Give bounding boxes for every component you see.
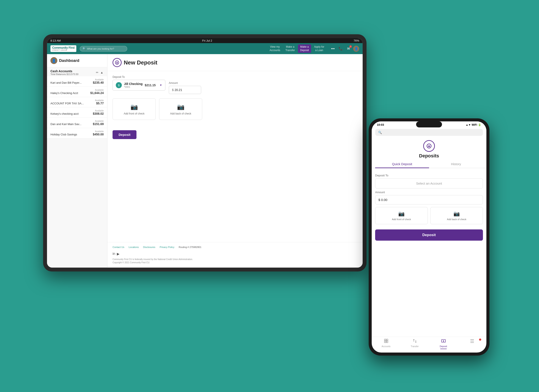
- account-name-5: Holiday Club Savings: [50, 133, 77, 136]
- phone-icon: 📞: [338, 47, 343, 51]
- phone-amount-label: Amount: [375, 191, 483, 194]
- nav-view-accounts[interactable]: View myAccounts: [267, 44, 282, 53]
- footer-privacy[interactable]: Privacy Policy: [159, 246, 174, 248]
- form-fields-row: $ Jill Checking *0001 $211.15 ▼ Amount: [113, 80, 357, 94]
- phone-search-icon: 🔍: [378, 131, 382, 134]
- phone-account-selector[interactable]: Select an Account: [375, 178, 483, 189]
- avatar-icon: 👤: [354, 47, 358, 50]
- deposit-nav-label: Deposit: [440, 345, 447, 348]
- front-check-label: Add front of check: [124, 112, 145, 115]
- svg-rect-4: [384, 341, 386, 343]
- phone-nav-transfer[interactable]: Transfer: [400, 339, 429, 349]
- sidebar-avatar: 👤: [50, 57, 57, 64]
- tab-quick-deposit[interactable]: Quick Deposit: [375, 160, 429, 168]
- phone-front-check-upload[interactable]: 📷 Add front of check: [375, 207, 428, 224]
- account-type-icon: $: [116, 82, 122, 88]
- phone-button[interactable]: 📞: [338, 46, 344, 52]
- phone-page-title: Deposits: [372, 153, 486, 160]
- footer-social: in ▶: [107, 252, 363, 258]
- footer-links: Contact Us Locations Disclosures Privacy…: [107, 242, 363, 252]
- phone-content: 🔍 Deposits Qu: [372, 127, 486, 353]
- status-date: Fri Jul 2: [202, 39, 212, 42]
- menu-badge: [479, 339, 481, 341]
- tablet-device: 8:13 AM Fri Jul 2 76% Community First Cr…: [43, 34, 366, 271]
- phone-amount-field[interactable]: $ 0.00: [375, 195, 483, 204]
- search-bar[interactable]: 🔍 What are you looking for?: [80, 46, 127, 52]
- sidebar-section-title: Cash Accounts: [50, 69, 78, 73]
- account-name-0: Kari and Dan Bill Payer...: [50, 81, 82, 84]
- youtube-icon[interactable]: ▶: [117, 252, 120, 256]
- account-name-4: Dan and Kari Main Sav...: [50, 122, 82, 126]
- phone-back-check-upload[interactable]: 📷 Add back of check: [430, 207, 483, 224]
- wifi-icon: WiFi: [472, 123, 477, 126]
- account-item-3[interactable]: Kelsey's checking acct Available $308.02: [47, 107, 107, 118]
- edit-icon[interactable]: ✏: [96, 70, 99, 75]
- account-item-0[interactable]: Kari and Dan Bill Payer... Available $23…: [47, 76, 107, 87]
- footer-contact[interactable]: Contact Us: [113, 246, 124, 248]
- copyright-text: Copyright © 2021 Community First CU.: [113, 261, 357, 264]
- account-balance-5: $450.00: [93, 133, 104, 136]
- front-check-upload[interactable]: 📷 Add front of check: [113, 98, 156, 120]
- phone-search-bar: 🔍: [372, 127, 486, 138]
- phone-deposit-to-label: Deposit To: [375, 174, 483, 177]
- phone-time: 10:03: [377, 123, 384, 126]
- selected-account-name: Jill Checking: [124, 82, 143, 86]
- account-item-2[interactable]: ACCOUNT FOR TAX SA... Available $5.77: [47, 97, 107, 107]
- account-item-4[interactable]: Dan and Kari Main Sav... Available $151.…: [47, 118, 107, 128]
- check-upload-row: 📷 Add front of check 📷 Add back of check: [113, 98, 357, 124]
- tablet-navbar: Community First Credit Union 🔍 What are …: [47, 43, 363, 54]
- tab-history[interactable]: History: [429, 160, 483, 168]
- phone-tabs: Quick Deposit History: [372, 160, 486, 168]
- phone-check-row: 📷 Add front of check 📷 Add back of check: [375, 207, 483, 224]
- logo-name: Community First: [52, 46, 75, 49]
- account-label-2: Available: [95, 99, 104, 102]
- phone-nav-deposit[interactable]: Deposit: [429, 339, 458, 349]
- sidebar-title: Dashboard: [59, 58, 79, 63]
- main-content: New Deposit Deposit To $ Jill Checking *…: [107, 54, 363, 268]
- collapse-icon[interactable]: ▲: [100, 70, 104, 75]
- battery-icon: 🔋: [478, 123, 481, 126]
- back-check-upload[interactable]: 📷 Add back of check: [159, 98, 202, 120]
- account-item-5[interactable]: Holiday Club Savings Available $450.00: [47, 128, 107, 138]
- linkedin-icon[interactable]: in: [113, 252, 115, 256]
- nav-make-transfer[interactable]: Make aTransfer: [283, 44, 297, 53]
- selected-account-details: Jill Checking *0001: [124, 82, 143, 88]
- messages-button[interactable]: ✉ 3: [345, 46, 351, 52]
- amount-value: 20.21: [175, 88, 182, 92]
- menu-nav-icon: ☰: [470, 339, 474, 344]
- selected-account-number: *0001: [124, 86, 143, 88]
- sidebar: 👤 Dashboard Cash Accounts Total Balances…: [47, 54, 107, 268]
- deposit-nav-icon: [441, 339, 446, 344]
- amount-input[interactable]: $ 20.21: [169, 86, 201, 94]
- more-options-button[interactable]: •••: [330, 46, 336, 52]
- phone-search-input[interactable]: 🔍: [375, 129, 483, 136]
- phone-nav-accounts[interactable]: Accounts: [372, 339, 400, 349]
- page-header: New Deposit: [107, 54, 363, 71]
- deposit-button[interactable]: Deposit: [113, 130, 136, 139]
- account-label-1: Available: [90, 89, 104, 91]
- footer-locations[interactable]: Locations: [129, 246, 139, 248]
- user-avatar[interactable]: 👤: [353, 46, 359, 52]
- svg-rect-2: [384, 339, 386, 341]
- account-balance-3: $308.02: [93, 112, 104, 115]
- account-item-1[interactable]: Haley's Checking Acct Available $1,644.2…: [47, 87, 107, 97]
- phone-deposit-button[interactable]: Deposit: [375, 229, 483, 241]
- account-label-4: Available: [93, 120, 104, 122]
- disclaimer-text: Community First CU is federally insured …: [113, 258, 357, 261]
- accounts-nav-icon: [384, 339, 389, 344]
- nav-make-deposit[interactable]: Make aDeposit: [298, 44, 311, 53]
- tablet-screen: 8:13 AM Fri Jul 2 76% Community First Cr…: [47, 38, 363, 268]
- phone-screen: 10:03 ▲▼ WiFi 🔋 🔍: [372, 121, 486, 353]
- phone-back-camera-icon: 📷: [453, 211, 460, 217]
- back-camera-icon: 📷: [177, 103, 185, 110]
- sidebar-actions: ✏ ▲: [96, 70, 104, 75]
- phone-notch: [416, 121, 442, 127]
- footer-disclosures[interactable]: Disclosures: [143, 246, 155, 248]
- amount-field-group: Amount $ 20.21: [169, 82, 201, 94]
- search-placeholder: What are you looking for?: [87, 48, 114, 50]
- nav-apply-loan[interactable]: Apply fora Loan: [312, 44, 327, 53]
- phone-nav-menu[interactable]: ☰: [458, 339, 486, 349]
- phone-bottom-nav: Accounts Transfer: [372, 337, 486, 353]
- account-balance-4: $151.69: [93, 122, 104, 126]
- account-selector[interactable]: $ Jill Checking *0001 $211.15 ▼: [113, 80, 165, 91]
